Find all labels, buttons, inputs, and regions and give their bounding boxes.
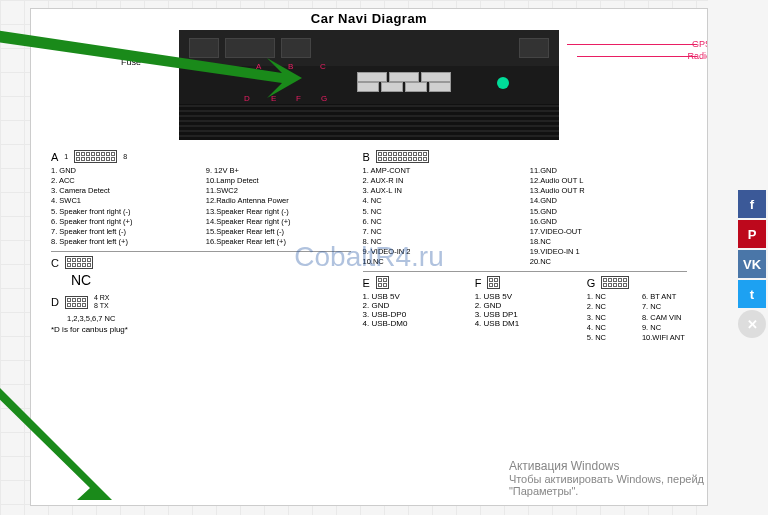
section-G: G 1. NC2. NC3. NC4. NC5. NC6. BT ANT7. N… [587,276,687,343]
share-vk[interactable]: VK [738,250,766,278]
share-pinterest[interactable]: P [738,220,766,248]
section-F: F 1. USB 5V2. GND3. USB DP14. USB DM1 [475,276,575,343]
page-title: Car Navi Diagram [51,11,687,26]
section-E: E 1. USB 5V2. GND3. USB-DP04. USB-DM0 [363,276,463,343]
svg-marker-0 [0,28,302,98]
pins-B: 1. AMP-CONT2. AUX-R IN3. AUX-L IN4. NC5.… [363,166,687,267]
arrow-top [0,28,302,98]
social-sidebar: f P VK t ✕ [738,190,768,338]
pins-F: 1. USB 5V2. GND3. USB DP14. USB DM1 [475,292,575,328]
share-facebook[interactable]: f [738,190,766,218]
section-D: D 4 RX 8 TX 1,2,3,5,6,7 NC *D is for can… [51,294,351,334]
pinout-grid: A 1 8 1. GND2. ACC3. Camera Detect4. SWC… [51,150,687,343]
section-B: B 1. AMP-CONT2. AUX-R IN3. AUX-L IN4. NC… [363,150,687,272]
canbus-footnote: *D is for canbus plug* [51,325,351,334]
svg-marker-1 [0,370,112,500]
section-A: A 1 8 1. GND2. ACC3. Camera Detect4. SWC… [51,150,351,252]
share-twitter[interactable]: t [738,280,766,308]
pins-G: 1. NC2. NC3. NC4. NC5. NC6. BT ANT7. NC8… [587,292,687,343]
pins-A: 1. GND2. ACC3. Camera Detect4. SWC15. Sp… [51,166,351,247]
nc-label: NC [71,272,93,288]
pins-E: 1. USB 5V2. GND3. USB-DP04. USB-DM0 [363,292,463,328]
section-C: C NC [51,256,93,288]
arrow-bottom [0,370,112,500]
share-close[interactable]: ✕ [738,310,766,338]
windows-activation-notice: Активация Windows Чтобы активировать Win… [509,459,704,497]
